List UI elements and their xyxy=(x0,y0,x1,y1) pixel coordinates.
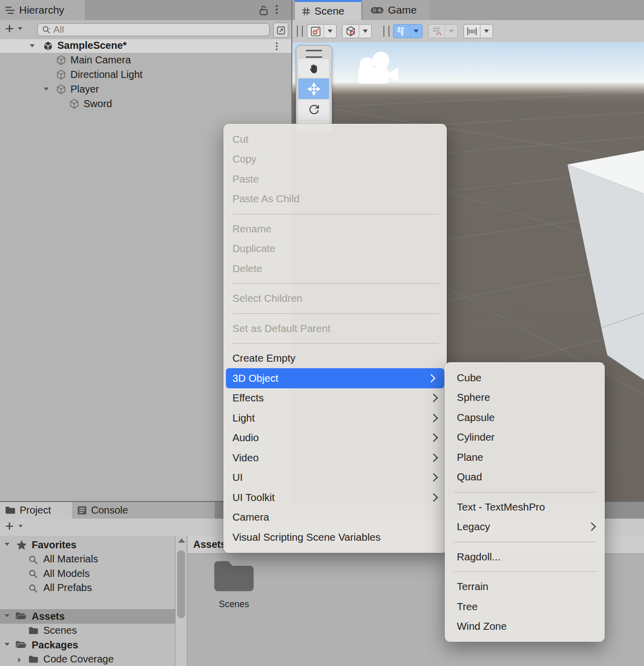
unity-editor-window: Hierarchy + All Sample xyxy=(0,0,644,666)
toolbar-drag-handle[interactable] xyxy=(297,26,303,37)
overlay-drag-handle[interactable] xyxy=(306,50,322,58)
menu-item-label: Select Children xyxy=(232,292,439,304)
asset-item-scenes[interactable]: Scenes xyxy=(199,557,269,610)
grid-visibility-button[interactable]: Y xyxy=(393,24,423,38)
lock-icon[interactable] xyxy=(258,5,269,16)
hand-tool-button[interactable] xyxy=(298,59,329,78)
hierarchy-item-main-camera[interactable]: Main Camera xyxy=(0,53,291,67)
menu-item-audio[interactable]: Audio xyxy=(223,428,447,448)
menu-item-cylinder[interactable]: Cylinder xyxy=(445,428,605,448)
hierarchy-item-label: Directional Light xyxy=(70,69,142,80)
project-tree-label: Packages xyxy=(32,639,78,651)
foldout-open-icon[interactable] xyxy=(44,88,49,91)
menu-item-effects[interactable]: Effects xyxy=(223,388,447,408)
tool-settings-pivot-button[interactable] xyxy=(307,24,337,38)
menu-item-terrain[interactable]: Terrain xyxy=(445,577,605,597)
project-tree-item-all-prefabs[interactable]: All Prefabs xyxy=(0,581,175,596)
scene-picker-button[interactable] xyxy=(273,23,288,38)
menu-item-plane[interactable]: Plane xyxy=(445,447,605,467)
chevron-down-icon[interactable] xyxy=(480,25,493,38)
menu-item-3d-object[interactable]: 3D Object xyxy=(226,368,444,388)
project-tree-item-packages[interactable]: Packages xyxy=(0,638,175,652)
menu-item-label: Cube xyxy=(457,372,597,384)
menu-item-label: Terrain xyxy=(457,580,597,593)
project-tree-item-code-coverage[interactable]: Code Coverage xyxy=(0,652,175,666)
project-tree-item-scenes[interactable]: Scenes xyxy=(0,624,175,638)
project-tree-scrollbar[interactable] xyxy=(175,536,187,666)
hierarchy-search-input[interactable]: All xyxy=(37,23,270,36)
hierarchy-scene-row[interactable]: SampleScene* xyxy=(0,39,291,53)
scene-row-kebab-icon[interactable] xyxy=(276,42,277,50)
project-tree-item-assets[interactable]: Assets xyxy=(0,609,175,624)
menu-item-label: Copy xyxy=(232,153,439,165)
search-icon xyxy=(28,555,38,565)
menu-item-sphere[interactable]: Sphere xyxy=(445,388,605,408)
hierarchy-item-player[interactable]: Player xyxy=(0,82,291,97)
menu-item-label: Duplicate xyxy=(232,242,439,255)
menu-item-ui-toolkit[interactable]: UI Toolkit xyxy=(223,487,447,508)
search-icon xyxy=(42,25,51,35)
menu-item-visual-scripting-scene-variables[interactable]: Visual Scripting Scene Variables xyxy=(223,527,447,547)
menu-item-ui[interactable]: UI xyxy=(223,468,447,488)
menu-item-select-children: Select Children xyxy=(223,289,447,309)
submenu-chevron-icon xyxy=(430,434,438,442)
menu-item-legacy[interactable]: Legacy xyxy=(445,517,605,537)
submenu-chevron-icon xyxy=(430,394,438,402)
project-tree-item-all-models[interactable]: All Models xyxy=(0,566,175,581)
menu-item-delete: Delete xyxy=(223,259,447,279)
folder-icon xyxy=(28,655,39,663)
menu-item-label: Effects xyxy=(232,392,431,404)
tab-hierarchy[interactable]: Hierarchy xyxy=(0,0,86,20)
menu-item-label: Legacy xyxy=(457,521,589,533)
tab-game[interactable]: Game xyxy=(363,0,430,20)
submenu-chevron-icon xyxy=(427,374,436,382)
hierarchy-menu-kebab-icon[interactable] xyxy=(276,5,278,14)
plus-icon: + xyxy=(5,520,14,533)
foldout-open-icon[interactable] xyxy=(5,614,10,617)
menu-item-light[interactable]: Light xyxy=(223,408,447,428)
search-icon xyxy=(28,584,38,594)
gameobject-cube-icon xyxy=(56,84,66,95)
pivot-icon xyxy=(307,25,324,38)
tab-console[interactable]: Console xyxy=(72,502,215,519)
move-icon xyxy=(307,82,321,96)
menu-separator xyxy=(445,567,605,577)
scrollbar-thumb[interactable] xyxy=(177,550,185,618)
chevron-down-icon[interactable] xyxy=(410,25,422,38)
menu-item-text-textmeshpro[interactable]: Text - TextMeshPro xyxy=(445,497,605,517)
toolbar-drag-handle[interactable] xyxy=(383,26,389,37)
tab-project[interactable]: Project xyxy=(0,502,72,519)
menu-item-camera[interactable]: Camera xyxy=(223,508,447,528)
hierarchy-item-directional-light[interactable]: Directional Light xyxy=(0,67,291,82)
menu-item-video[interactable]: Video xyxy=(223,448,447,468)
chevron-down-icon[interactable] xyxy=(359,25,371,38)
foldout-open-icon[interactable] xyxy=(30,44,35,47)
menu-item-label: Paste xyxy=(232,173,439,185)
menu-item-capsule[interactable]: Capsule xyxy=(445,407,605,428)
add-asset-button[interactable]: + xyxy=(5,520,24,533)
project-tree-item-all-materials[interactable]: All Materials xyxy=(0,552,175,567)
menu-item-wind-zone[interactable]: Wind Zone xyxy=(445,617,605,637)
folder-open-icon xyxy=(15,612,27,620)
menu-item-create-empty[interactable]: Create Empty xyxy=(223,349,447,369)
snap-increment-button[interactable] xyxy=(463,24,493,38)
add-gameobject-button[interactable]: + xyxy=(5,22,23,35)
hierarchy-item-sword[interactable]: Sword xyxy=(0,97,291,111)
chevron-down-icon[interactable] xyxy=(324,25,336,38)
foldout-open-icon[interactable] xyxy=(5,643,10,646)
foldout-closed-icon[interactable] xyxy=(18,657,21,662)
menu-item-ragdoll[interactable]: Ragdoll... xyxy=(445,547,605,567)
foldout-open-icon[interactable] xyxy=(5,543,10,546)
menu-item-tree[interactable]: Tree xyxy=(445,597,605,617)
project-tree-item-favorites[interactable]: Favorites xyxy=(0,538,175,552)
scroll-up-icon[interactable] xyxy=(178,538,185,543)
menu-item-label: Cylinder xyxy=(457,431,597,443)
menu-item-quad[interactable]: Quad xyxy=(445,467,605,487)
rotate-tool-button[interactable] xyxy=(298,100,329,120)
tool-settings-orientation-button[interactable] xyxy=(342,24,372,38)
move-tool-button[interactable] xyxy=(298,78,329,99)
hierarchy-item-label: Main Camera xyxy=(70,54,131,66)
menu-item-cube[interactable]: Cube xyxy=(445,368,605,388)
tab-scene[interactable]: Scene xyxy=(294,0,362,20)
assets-header-label: Assets xyxy=(193,539,226,550)
